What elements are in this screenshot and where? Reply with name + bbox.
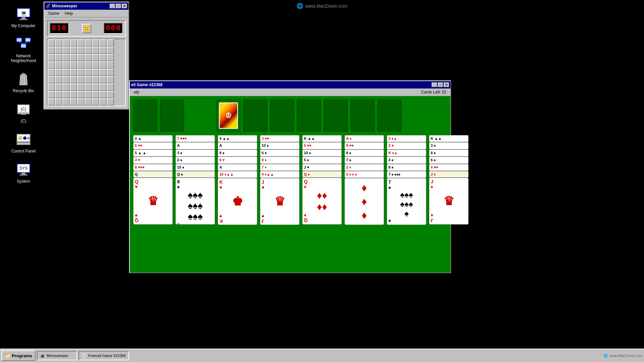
card-9h[interactable]: 9 ♥♥ bbox=[344, 142, 384, 149]
mine-cell-10[interactable] bbox=[55, 47, 62, 54]
mine-cell-73[interactable] bbox=[55, 98, 62, 106]
mine-cell-42[interactable] bbox=[92, 69, 99, 76]
card-j-diamonds[interactable]: J♦ ♛ J♦ bbox=[429, 178, 469, 225]
mine-cell-48[interactable] bbox=[70, 76, 77, 83]
icon-my-computer[interactable]: 💻 My Computer bbox=[3, 3, 44, 31]
mine-cell-16[interactable] bbox=[99, 47, 107, 54]
mine-cell-24[interactable] bbox=[92, 54, 99, 61]
menu-elp[interactable]: elp bbox=[131, 89, 142, 95]
card-8h[interactable]: 8 ♥♥♥ bbox=[133, 164, 173, 171]
start-button[interactable]: 📁 Programs bbox=[1, 350, 36, 361]
mine-cell-30[interactable] bbox=[70, 61, 77, 69]
card-3d[interactable]: 3 ♦▲ bbox=[387, 135, 426, 142]
card-9d[interactable]: 9 ♦ bbox=[260, 157, 300, 164]
mine-cell-74[interactable] bbox=[62, 98, 70, 106]
card-6h[interactable]: 6 ♥♥ bbox=[133, 142, 173, 149]
smiley-button[interactable]: 🙂 bbox=[82, 24, 91, 33]
card-5s2[interactable]: 5 ♠ bbox=[302, 157, 342, 164]
mine-cell-60[interactable] bbox=[92, 83, 99, 91]
card-5h[interactable]: 5 ♥♥ bbox=[302, 142, 342, 149]
minesweeper-close[interactable]: ✕ bbox=[122, 4, 127, 8]
mine-cell-0[interactable] bbox=[48, 39, 55, 47]
card-q-partial5[interactable]: Q ♦ bbox=[302, 171, 342, 178]
card-j3[interactable]: J ♥ bbox=[302, 164, 342, 171]
mine-cell-20[interactable] bbox=[62, 54, 70, 61]
card-6s[interactable]: 6 ♠ bbox=[260, 149, 300, 157]
card-a2[interactable]: A bbox=[175, 142, 215, 149]
mine-cell-18[interactable] bbox=[48, 54, 55, 61]
mine-cell-34[interactable] bbox=[99, 61, 107, 69]
card-10d[interactable]: 10 ♦▲▲ bbox=[218, 171, 257, 178]
mine-cell-45[interactable] bbox=[48, 76, 55, 83]
card-4h[interactable]: 4 ♥♥ bbox=[429, 164, 469, 171]
foundation-1[interactable]: ♔ bbox=[216, 100, 240, 132]
mine-cell-40[interactable] bbox=[77, 69, 85, 76]
mine-cell-15[interactable] bbox=[92, 47, 99, 54]
card-a5[interactable]: A ♦ bbox=[344, 135, 384, 142]
mine-cell-4[interactable] bbox=[77, 39, 85, 47]
mine-cell-5[interactable] bbox=[85, 39, 92, 47]
mine-cell-6[interactable] bbox=[92, 39, 99, 47]
card-7d[interactable]: 7 ♦ bbox=[260, 164, 300, 171]
mine-cell-21[interactable] bbox=[70, 54, 77, 61]
mine-cell-19[interactable] bbox=[55, 54, 62, 61]
card-9s[interactable]: 9♠ ♠♠♠♠♠♠♠♠♠ 9♠ bbox=[175, 178, 215, 225]
foundation-3[interactable] bbox=[270, 100, 294, 132]
mine-cell-27[interactable] bbox=[48, 61, 55, 69]
mine-cell-13[interactable] bbox=[77, 47, 85, 54]
taskbar-minesweeper[interactable]: 💣 Minesweeper bbox=[37, 351, 77, 360]
mine-cell-56[interactable] bbox=[62, 83, 70, 91]
mine-cell-38[interactable] bbox=[62, 69, 70, 76]
card-5s[interactable]: 5 ▲ ▲ bbox=[133, 149, 173, 157]
solitaire-close[interactable]: ✕ bbox=[444, 82, 449, 87]
mine-cell-69[interactable] bbox=[92, 91, 99, 98]
solitaire-maximize[interactable]: □ bbox=[438, 82, 443, 87]
mine-cell-14[interactable] bbox=[85, 47, 92, 54]
icon-c-drive[interactable]: (C) (C) bbox=[3, 99, 44, 126]
foundation-6[interactable] bbox=[351, 100, 375, 132]
card-10s3[interactable]: 10 ♠ bbox=[302, 149, 342, 157]
mine-cell-55[interactable] bbox=[55, 83, 62, 91]
solitaire-minimize[interactable]: _ bbox=[432, 82, 437, 87]
card-q-partial1[interactable]: Q bbox=[133, 171, 173, 178]
mine-cell-76[interactable] bbox=[77, 98, 85, 106]
card-3s[interactable]: 3 ♠ bbox=[175, 149, 215, 157]
card-2s2[interactable]: 2 ♠ bbox=[175, 157, 215, 164]
card-4d[interactable]: 4 ♦▲▲ bbox=[260, 171, 300, 178]
mine-cell-31[interactable] bbox=[77, 61, 85, 69]
menu-help[interactable]: Help bbox=[62, 10, 76, 16]
mine-cell-25[interactable] bbox=[99, 54, 107, 61]
mine-cell-67[interactable] bbox=[77, 91, 85, 98]
card-6h2[interactable]: 6 ♥ bbox=[218, 157, 257, 164]
mine-cell-23[interactable] bbox=[85, 54, 92, 61]
mine-cell-46[interactable] bbox=[55, 76, 62, 83]
card-k-hearts[interactable]: K♥ ♚ K♥ bbox=[218, 178, 257, 225]
mine-cell-65[interactable] bbox=[62, 91, 70, 98]
mine-cell-47[interactable] bbox=[62, 76, 70, 83]
card-8s[interactable]: 8 ♠ bbox=[344, 149, 384, 157]
icon-recycle-bin[interactable]: Recycle Bin bbox=[3, 68, 44, 96]
mine-cell-3[interactable] bbox=[70, 39, 77, 47]
mine-cell-59[interactable] bbox=[85, 83, 92, 91]
menu-game[interactable]: Game bbox=[46, 10, 62, 16]
mine-cell-41[interactable] bbox=[85, 69, 92, 76]
mine-cell-11[interactable] bbox=[62, 47, 70, 54]
card-a4[interactable]: A bbox=[218, 164, 257, 171]
mine-cell-75[interactable] bbox=[70, 98, 77, 106]
mine-cell-26[interactable] bbox=[107, 54, 114, 61]
foundation-7[interactable] bbox=[377, 100, 401, 132]
mine-cell-7[interactable] bbox=[99, 39, 107, 47]
mine-cell-49[interactable] bbox=[77, 76, 85, 83]
card-2h[interactable]: 2 ♥ bbox=[387, 142, 426, 149]
mine-cell-68[interactable] bbox=[85, 91, 92, 98]
card-ks[interactable]: K ▲▲ bbox=[302, 135, 342, 142]
mine-cell-36[interactable] bbox=[48, 69, 55, 76]
card-kd[interactable]: K ♦▲ bbox=[387, 149, 426, 157]
minesweeper-minimize[interactable]: _ bbox=[110, 4, 115, 8]
mine-cell-43[interactable] bbox=[99, 69, 107, 76]
stock-pile[interactable] bbox=[133, 100, 157, 132]
card-7s-big[interactable]: 7♠ ♠♠♠♠♠♠♠ 7♠ bbox=[387, 178, 426, 225]
mine-cell-32[interactable] bbox=[85, 61, 92, 69]
minesweeper-maximize[interactable]: □ bbox=[116, 4, 121, 8]
mine-cell-53[interactable] bbox=[107, 76, 114, 83]
